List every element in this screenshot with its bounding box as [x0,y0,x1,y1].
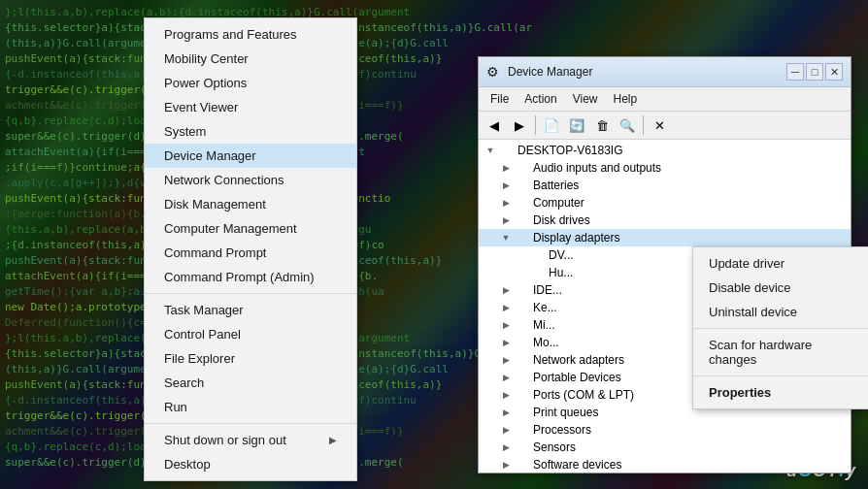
tree-expand-icon [514,265,529,280]
dm-menu-action[interactable]: Action [517,89,564,109]
tree-item-icon [514,195,529,211]
menu-item-programs-and-features[interactable]: Programs and Features [145,22,356,47]
tree-expand-icon[interactable]: ▼ [483,143,498,158]
maximize-button[interactable]: □ [806,63,823,81]
menu-item-label: Programs and Features [164,27,297,42]
update-driver-button[interactable]: 🔄 [565,114,588,136]
tree-item-icon [514,440,529,455]
tree-item-icon [514,352,529,368]
tree-expand-icon[interactable]: ▶ [498,387,514,403]
tree-item-icon [514,317,529,333]
device-manager-window: ⚙ Device Manager ─ □ ✕ FileActionViewHel… [478,56,851,473]
tree-expand-icon[interactable]: ▶ [498,370,514,385]
device-manager-icon: ⚙ [486,64,502,80]
dm-ctx-item-update-driver[interactable]: Update driver [693,251,868,276]
tree-item-3[interactable]: ▶Computer [479,194,851,212]
tree-expand-icon[interactable]: ▶ [498,282,514,298]
tree-expand-icon[interactable]: ▶ [498,178,514,193]
disable-button[interactable]: ✕ [648,114,671,136]
tree-item-label: Mo... [533,336,559,349]
tree-item-label: Print queues [533,406,598,419]
tree-expand-icon[interactable]: ▶ [498,300,514,315]
menu-item-file-explorer[interactable]: File Explorer [145,346,356,371]
tree-item-16[interactable]: ▶Processors [479,421,851,439]
minimize-button[interactable]: ─ [786,63,804,81]
tree-expand-icon[interactable]: ▶ [498,352,514,368]
close-button[interactable]: ✕ [825,63,843,81]
tree-item-0[interactable]: ▼DESKTOP-V6183IG [479,142,851,159]
menu-item-label: Power Options [164,76,247,90]
context-menu: Programs and FeaturesMobility CenterPowe… [144,17,357,481]
device-manager-toolbar: ◀ ▶ 📄 🔄 🗑 🔍 ✕ [479,112,851,140]
tree-item-label: Software devices [533,458,621,472]
tree-item-icon [514,212,529,228]
tree-expand-icon[interactable]: ▶ [498,440,514,455]
menu-item-event-viewer[interactable]: Event Viewer [145,95,356,119]
tree-expand-icon[interactable]: ▶ [498,422,514,438]
forward-button[interactable]: ▶ [508,114,531,136]
device-manager-title: Device Manager [508,65,592,79]
tree-item-label: Ports (COM & LPT) [533,388,634,402]
menu-item-task-manager[interactable]: Task Manager [145,298,356,322]
menu-item-network-connections[interactable]: Network Connections [145,168,356,192]
dm-ctx-item-uninstall-device[interactable]: Uninstall device [693,300,868,324]
menu-item-computer-management[interactable]: Computer Management [145,216,356,241]
menu-item-search[interactable]: Search [145,371,356,395]
tree-item-label: Disk drives [533,213,590,227]
tree-item-label: Sensors [533,440,576,454]
menu-separator [145,293,356,294]
menu-item-label: Network Connections [164,173,284,187]
menu-item-mobility-center[interactable]: Mobility Center [145,47,356,71]
menu-item-label: Search [164,375,204,390]
menu-item-command-prompt[interactable]: Command Prompt [145,241,356,265]
tree-item-label: Computer [533,196,584,210]
dm-ctx-separator [693,328,868,329]
device-manager-menubar: FileActionViewHelp [479,87,851,112]
tree-expand-icon[interactable]: ▶ [498,212,514,228]
tree-expand-icon[interactable]: ▶ [498,457,514,473]
scan-button[interactable]: 🔍 [616,114,639,136]
back-button[interactable]: ◀ [483,114,506,136]
menu-item-desktop[interactable]: Desktop [145,452,356,476]
dm-menu-help[interactable]: Help [606,89,646,109]
menu-item-system[interactable]: System [145,119,356,144]
menu-item-disk-management[interactable]: Disk Management [145,192,356,216]
tree-item-1[interactable]: ▶Audio inputs and outputs [479,159,851,177]
menu-item-label: Mobility Center [164,51,249,66]
menu-item-device-manager[interactable]: Device Manager [145,144,356,168]
tree-expand-icon [514,247,529,263]
tree-item-label: Portable Devices [533,371,621,384]
tree-item-17[interactable]: ▶Sensors [479,439,851,456]
menu-item-label: File Explorer [164,351,235,366]
menu-item-control-panel[interactable]: Control Panel [145,322,356,346]
tree-expand-icon[interactable]: ▶ [498,405,514,420]
dm-ctx-item-disable-device[interactable]: Disable device [693,276,868,300]
menu-item-label: Run [164,400,187,414]
tree-item-label: Batteries [533,179,579,192]
dm-menu-file[interactable]: File [483,89,517,109]
menu-item-power-options[interactable]: Power Options [145,71,356,95]
tree-item-4[interactable]: ▶Disk drives [479,212,851,229]
tree-item-icon [514,300,529,315]
dm-menu-view[interactable]: View [565,89,606,109]
menu-item-run[interactable]: Run [145,395,356,419]
tree-expand-icon[interactable]: ▶ [498,160,514,176]
tree-expand-icon[interactable]: ▶ [498,195,514,211]
tree-expand-icon[interactable]: ▼ [498,230,514,245]
menu-item-shut-down-or-sign-out[interactable]: Shut down or sign out▶ [145,428,356,452]
tree-item-label: Hu... [549,266,573,279]
properties-button[interactable]: 📄 [540,114,563,136]
tree-expand-icon[interactable]: ▶ [498,317,514,333]
tree-item-18[interactable]: ▶Software devices [479,456,851,473]
tree-item-2[interactable]: ▶Batteries [479,177,851,194]
menu-item-label: Device Manager [164,148,256,163]
tree-expand-icon[interactable]: ▶ [498,335,514,350]
menu-item-command-prompt-admin[interactable]: Command Prompt (Admin) [145,265,356,289]
dm-ctx-item-properties[interactable]: Properties [693,380,868,405]
dm-ctx-item-scan-for-hardware-changes[interactable]: Scan for hardware changes [693,333,868,372]
uninstall-button[interactable]: 🗑 [590,114,614,136]
tree-item-5[interactable]: ▼Display adapters [479,229,851,246]
menu-item-label: Desktop [164,457,211,472]
tree-item-label: Ke... [533,301,557,314]
menu-item-label: Computer Management [164,221,297,236]
